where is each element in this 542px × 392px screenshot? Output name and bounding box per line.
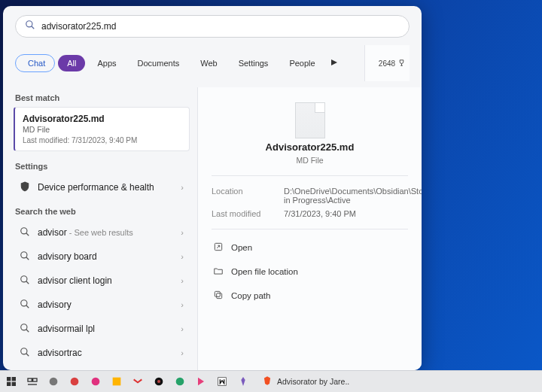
web-suggestion[interactable]: advisortrac›: [14, 341, 190, 365]
svg-point-25: [50, 378, 58, 386]
svg-line-6: [26, 257, 29, 260]
chevron-right-icon: ›: [181, 276, 184, 285]
search-icon: [20, 226, 30, 239]
play-icon[interactable]: [327, 59, 341, 68]
svg-rect-20: [7, 382, 11, 386]
task-view-icon[interactable]: [26, 375, 39, 388]
taskbar-app-3[interactable]: [89, 375, 102, 388]
chevron-right-icon: ›: [181, 300, 184, 309]
modified-key: Last modified: [212, 209, 273, 218]
web-suggestion[interactable]: advisor client login›: [14, 269, 190, 293]
search-icon: [25, 20, 35, 33]
svg-point-30: [157, 380, 160, 383]
web-suggestion[interactable]: advisory›: [14, 293, 190, 317]
svg-rect-19: [12, 377, 16, 381]
taskbar-app-2[interactable]: [68, 375, 81, 388]
taskbar-app-6[interactable]: [152, 375, 166, 388]
svg-point-11: [21, 324, 27, 330]
document-icon: [295, 102, 325, 138]
taskbar-app-5[interactable]: [131, 375, 145, 388]
svg-line-10: [26, 305, 29, 308]
svg-line-4: [26, 233, 29, 236]
modified-value: 7/31/2023, 9:40 PM: [284, 209, 422, 218]
start-button[interactable]: [5, 375, 18, 388]
search-input[interactable]: [41, 21, 400, 32]
action-open-location[interactable]: Open file location: [212, 261, 408, 282]
svg-point-13: [21, 348, 27, 354]
chevron-right-icon: ›: [181, 183, 184, 192]
filter-tabs: Chat All Apps Documents Web Settings Peo…: [3, 42, 422, 87]
tab-chat[interactable]: Chat: [15, 54, 55, 72]
svg-rect-23: [33, 378, 37, 381]
svg-rect-21: [12, 382, 16, 386]
svg-point-9: [21, 300, 27, 306]
svg-point-3: [21, 228, 27, 234]
search-web-header: Search the web: [15, 207, 197, 216]
tab-all[interactable]: All: [58, 55, 85, 71]
web-suggestion[interactable]: advisormail lpl›: [14, 317, 190, 341]
chevron-right-icon: ›: [181, 252, 184, 261]
shield-icon: [20, 181, 30, 193]
preview-subtitle: MD File: [296, 156, 323, 165]
search-flyout: Chat All Apps Documents Web Settings Peo…: [3, 6, 422, 370]
chevron-right-icon: ›: [181, 348, 184, 357]
brave-icon: [262, 375, 273, 387]
settings-item-device-performance[interactable]: Device performance & health ›: [14, 175, 190, 199]
chevron-right-icon: ›: [181, 228, 184, 237]
taskbar-app-7[interactable]: [173, 375, 187, 388]
web-suggestion[interactable]: advisory board›: [14, 245, 190, 269]
rewards-count[interactable]: 2648: [379, 59, 406, 68]
open-icon: [213, 242, 224, 254]
taskbar-app-1[interactable]: [47, 375, 60, 388]
svg-rect-32: [218, 378, 227, 386]
svg-line-12: [26, 330, 29, 333]
chevron-right-icon: ›: [181, 324, 184, 333]
tab-settings[interactable]: Settings: [230, 55, 278, 71]
web-suggestion[interactable]: advisor - See web results›: [14, 220, 190, 245]
svg-line-8: [26, 281, 29, 284]
svg-marker-2: [331, 59, 337, 65]
svg-rect-17: [215, 291, 220, 296]
svg-point-0: [26, 21, 32, 27]
svg-rect-18: [7, 377, 11, 381]
best-match-card[interactable]: Advisorator225.md MD File Last modified:…: [14, 107, 190, 151]
preview-title: Advisorator225.md: [266, 141, 355, 153]
tab-apps[interactable]: Apps: [88, 55, 125, 71]
search-row: [3, 6, 422, 42]
taskbar-active-window[interactable]: Advisorator by Jare..: [257, 374, 354, 389]
results-list: Best match Advisorator225.md MD File Las…: [3, 87, 197, 370]
action-open[interactable]: Open: [212, 237, 408, 258]
svg-point-31: [176, 378, 184, 386]
svg-point-5: [21, 252, 27, 258]
search-icon: [20, 323, 30, 335]
trophy-icon: [397, 59, 406, 68]
tab-people[interactable]: People: [280, 55, 324, 71]
preview-pane: Advisorator225.md MD File Location D:\On…: [197, 87, 422, 370]
search-icon: [20, 347, 30, 359]
tab-web[interactable]: Web: [191, 55, 226, 71]
search-icon: [20, 275, 30, 287]
taskbar-app-8[interactable]: [194, 375, 208, 388]
best-match-modified: Last modified: 7/31/2023, 9:40 PM: [23, 136, 181, 144]
taskbar-app-10[interactable]: [236, 375, 250, 388]
location-key: Location: [212, 187, 273, 205]
action-copy-path[interactable]: Copy path: [212, 285, 408, 306]
search-icon: [20, 251, 30, 263]
preview-meta: Location D:\OneDrive\Documents\Obsidian\…: [212, 175, 408, 229]
svg-line-14: [26, 354, 29, 357]
svg-rect-28: [113, 378, 121, 386]
folder-icon: [213, 266, 224, 278]
svg-point-27: [92, 378, 100, 386]
search-box[interactable]: [15, 15, 410, 38]
copy-icon: [213, 290, 224, 302]
taskbar-app-4[interactable]: [110, 375, 123, 388]
svg-point-7: [21, 276, 27, 282]
location-value: D:\OneDrive\Documents\Obsidian\Stories i…: [284, 187, 422, 205]
search-icon: [20, 299, 30, 311]
settings-header: Settings: [15, 162, 197, 171]
tab-documents[interactable]: Documents: [129, 55, 189, 71]
best-match-type: MD File: [23, 125, 181, 134]
svg-rect-16: [217, 293, 222, 299]
taskbar-app-9[interactable]: [215, 375, 229, 388]
svg-rect-22: [28, 378, 32, 381]
